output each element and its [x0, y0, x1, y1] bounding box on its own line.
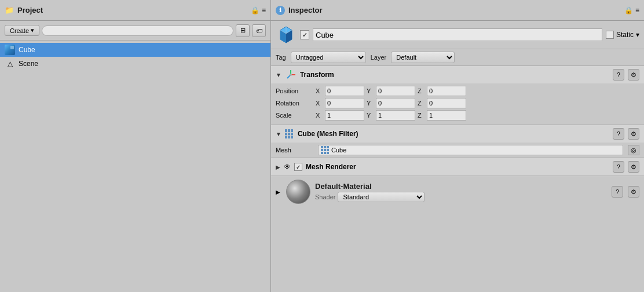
mesh-renderer-header: ▶ 👁 ✓ Mesh Renderer ? ⚙ [271, 158, 644, 176]
shader-label: Shader [315, 194, 335, 200]
mesh-renderer-gear-button[interactable]: ⚙ [628, 161, 639, 173]
rotation-x-input[interactable] [325, 98, 364, 108]
inspector-title: Inspector [288, 6, 323, 14]
position-z-input[interactable] [427, 86, 466, 96]
tag-button[interactable]: 🏷 [252, 24, 266, 37]
mesh-renderer-help-button[interactable]: ? [613, 161, 624, 173]
project-item-cube[interactable]: Cube [0, 43, 270, 57]
position-y-input[interactable] [376, 86, 415, 96]
scene-label: Scene [19, 60, 38, 68]
project-title: Project [17, 6, 43, 14]
active-checkbox[interactable]: ✓ [300, 30, 309, 39]
transform-title: Transform [300, 71, 609, 79]
mesh-row: Mesh Cube ◎ [271, 143, 644, 158]
mesh-filter-gear-button[interactable]: ⚙ [628, 128, 639, 140]
position-row: Position X Y Z [276, 86, 639, 96]
scene-icon: △ [5, 59, 15, 69]
layer-label: Layer [371, 54, 387, 61]
static-checkbox[interactable] [606, 31, 614, 39]
mesh-renderer-title: Mesh Renderer [306, 163, 609, 171]
mesh-value-icon [321, 146, 329, 154]
transform-gear-button[interactable]: ⚙ [628, 69, 639, 81]
mesh-filter-header: ▼ Cube (Mesh Filter) ? ⚙ [271, 125, 644, 143]
create-button[interactable]: Create ▾ [5, 25, 39, 36]
mesh-filter-icon [285, 129, 294, 138]
filter-button[interactable]: ⊞ [236, 24, 250, 37]
static-row: Static ▾ [606, 31, 639, 39]
material-help-button[interactable]: ? [612, 186, 623, 198]
cube-label: Cube [19, 46, 35, 54]
project-item-scene[interactable]: △ Scene [0, 57, 270, 71]
mesh-renderer-collapse[interactable]: ▶ [276, 164, 280, 170]
info-icon: ℹ [276, 6, 285, 15]
rotation-y-input[interactable] [376, 98, 415, 108]
scale-label: Scale [276, 112, 313, 119]
transform-collapse[interactable]: ▼ [276, 72, 281, 78]
project-panel: 📁 Project 🔒 ≡ Create ▾ ⊞ 🏷 Cube △ Scene [0, 0, 271, 292]
object-name-input[interactable] [313, 28, 602, 41]
scale-x-label: X [316, 112, 323, 119]
svg-point-9 [290, 74, 292, 76]
rotation-x-label: X [316, 100, 323, 107]
search-input[interactable] [42, 25, 233, 36]
material-sphere-icon [286, 180, 310, 204]
transform-header: ▼ Transform ? ⚙ [271, 66, 644, 83]
inspector-menu-icon[interactable]: ≡ [635, 6, 639, 14]
shader-dropdown[interactable]: Standard [338, 192, 425, 202]
rotation-label: Rotation [276, 100, 313, 107]
rotation-z-label: Z [418, 100, 425, 107]
scale-x-input[interactable] [325, 110, 364, 121]
tag-layer-row: Tag Untagged Layer Default [271, 49, 644, 66]
cube-icon [5, 45, 15, 55]
rotation-y-label: Y [367, 100, 374, 107]
checkmark-icon: ✓ [302, 31, 308, 39]
inspector-lock-icon[interactable]: 🔒 [624, 6, 633, 14]
position-z-label: Z [418, 87, 425, 94]
scale-z-label: Z [418, 112, 425, 119]
mesh-target-button[interactable]: ◎ [628, 145, 639, 155]
mesh-value-text: Cube [331, 147, 346, 154]
inspector-header: ℹ Inspector 🔒 ≡ [271, 0, 644, 21]
material-shader-row: Shader Standard [315, 192, 607, 202]
material-gear-button[interactable]: ⚙ [628, 186, 639, 198]
menu-icon[interactable]: ≡ [262, 6, 266, 14]
mesh-filter-section: ▼ Cube (Mesh Filter) ? ⚙ Mesh [271, 125, 644, 158]
project-header: 📁 Project 🔒 ≡ [0, 0, 270, 21]
mesh-filter-collapse[interactable]: ▼ [276, 131, 281, 137]
project-content: Cube △ Scene [0, 41, 270, 292]
position-y-label: Y [367, 87, 374, 94]
position-x-input[interactable] [325, 86, 364, 96]
scale-row: Scale X Y Z [276, 110, 639, 121]
object-header: ✓ Static ▾ [271, 21, 644, 49]
project-toolbar: Create ▾ ⊞ 🏷 [0, 21, 270, 41]
material-section: ▶ Default-Material Shader Standard ? ⚙ [271, 176, 644, 207]
transform-help-button[interactable]: ? [613, 69, 624, 81]
tag-dropdown[interactable]: Untagged [291, 52, 366, 63]
scale-y-input[interactable] [376, 110, 415, 121]
scale-z-input[interactable] [427, 110, 466, 121]
eye-icon: 👁 [284, 163, 291, 171]
rotation-z-input[interactable] [427, 98, 466, 108]
scale-y-label: Y [367, 112, 374, 119]
tag-label: Tag [276, 54, 286, 61]
lock-icon[interactable]: 🔒 [251, 6, 259, 14]
rotation-row: Rotation X Y Z [276, 98, 639, 108]
position-label: Position [276, 87, 313, 94]
material-info: Default-Material Shader Standard [315, 182, 607, 202]
mesh-filter-title: Cube (Mesh Filter) [298, 130, 609, 138]
mesh-renderer-section: ▶ 👁 ✓ Mesh Renderer ? ⚙ [271, 158, 644, 176]
inspector-lock-area: 🔒 ≡ [624, 6, 639, 14]
create-label: Create [10, 27, 29, 34]
create-arrow: ▾ [31, 27, 34, 34]
cube-3d-icon [276, 24, 297, 45]
static-arrow[interactable]: ▾ [636, 31, 639, 39]
layer-dropdown[interactable]: Default [391, 52, 455, 63]
static-label: Static [616, 31, 634, 39]
transform-section: ▼ Transform ? ⚙ Position X Y [271, 66, 644, 125]
mesh-value-field: Cube [318, 145, 623, 155]
mesh-renderer-checkbox[interactable]: ✓ [294, 163, 302, 171]
material-collapse[interactable]: ▶ [276, 189, 280, 195]
folder-icon: 📁 [5, 6, 14, 14]
mesh-filter-help-button[interactable]: ? [613, 128, 624, 140]
project-lock-area: 🔒 ≡ [251, 6, 266, 14]
